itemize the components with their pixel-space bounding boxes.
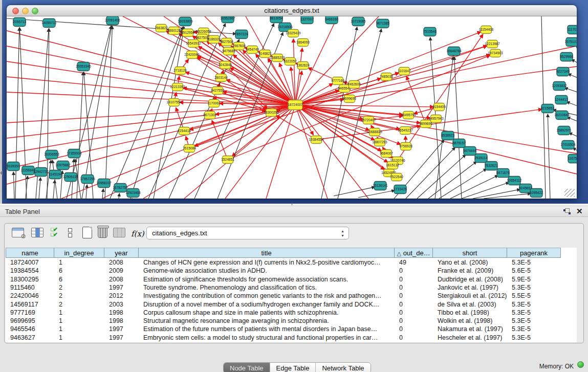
graph-node[interactable]: 7462609	[347, 81, 361, 89]
network-view-window[interactable]: citations_edges.txt 20557131405571222091…	[7, 5, 577, 199]
graph-node[interactable]: 2718126	[173, 67, 187, 75]
graph-node[interactable]: 7485035	[380, 73, 393, 81]
table-row[interactable]: 1938455462009Genome-wide association stu…	[6, 267, 573, 275]
graph-node[interactable]: 1244413	[555, 96, 568, 104]
graph-node[interactable]: 6466160	[325, 16, 338, 24]
graph-node[interactable]: 9242848	[219, 61, 232, 69]
graph-node[interactable]: 8912954	[181, 29, 194, 37]
table-row[interactable]: 946554611997Estimation of the future num…	[6, 325, 573, 333]
delete-icon[interactable]	[98, 226, 107, 238]
table-row[interactable]: 1872400712008Changes of HCN gene express…	[6, 258, 573, 267]
graph-node[interactable]: 19734903	[488, 50, 503, 57]
graph-node[interactable]: 10975887	[55, 161, 71, 170]
graph-node[interactable]: 17957255	[80, 175, 95, 184]
graph-node[interactable]: 9827508	[220, 38, 233, 46]
graph-node[interactable]: 17016504	[560, 141, 576, 149]
graph-node[interactable]: 9777169	[331, 77, 344, 85]
column-header-name[interactable]: name	[6, 248, 54, 258]
graph-node[interactable]: 1615132	[386, 162, 399, 169]
unselect-all-icon[interactable]	[68, 228, 72, 238]
graph-node[interactable]: 9475685	[222, 48, 235, 55]
graph-node[interactable]: 12923468	[125, 189, 141, 198]
graph-node[interactable]: 16543912	[186, 40, 201, 48]
graph-node[interactable]: 1145194	[49, 170, 62, 179]
table-row[interactable]: 1456911722003Disruption of a novel membe…	[6, 300, 573, 309]
graph-node[interactable]: 18495794	[401, 112, 416, 119]
table-mode-icon[interactable]: ⚙	[12, 228, 24, 237]
graph-node[interactable]: 2935114	[474, 154, 488, 163]
graph-node[interactable]: 2055713	[13, 18, 26, 27]
tab-edge-table[interactable]: Edge Table	[270, 363, 316, 372]
graph-node[interactable]: 16549237	[398, 127, 413, 135]
graph-node[interactable]: 18724007	[288, 100, 303, 110]
graph-node[interactable]: 17359934	[67, 149, 82, 158]
graph-node[interactable]: 1733426	[394, 185, 407, 194]
graph-node[interactable]: 7515546	[423, 28, 437, 36]
graph-node[interactable]: 8938923	[441, 132, 454, 140]
graph-node[interactable]: 15892971	[556, 126, 572, 135]
graph-node[interactable]: 1101647	[398, 68, 411, 75]
new-document-icon[interactable]	[82, 227, 92, 238]
graph-node[interactable]: 16552867	[220, 16, 235, 23]
select-all-icon[interactable]: □✔□✔	[51, 227, 57, 237]
graph-node[interactable]: 7522540	[390, 173, 403, 181]
graph-node[interactable]: 18300295	[264, 109, 279, 117]
graph-node[interactable]: 1170062	[207, 100, 221, 107]
graph-node[interactable]: 7857224	[235, 30, 248, 39]
table-row[interactable]: 1830029562008Estimation of significance …	[6, 275, 573, 283]
function-builder-icon[interactable]: f(x)	[131, 229, 144, 238]
graph-node[interactable]: 9227349	[556, 68, 570, 76]
graph-node[interactable]: 18107554	[166, 99, 182, 106]
graph-node[interactable]: 2803144	[214, 74, 228, 82]
graph-node[interactable]: 8454749	[246, 46, 259, 54]
graph-node[interactable]: 1524851	[221, 156, 234, 164]
column-header-in_degree[interactable]: in_degree	[54, 248, 104, 258]
table-row[interactable]: 969969511998Structural magnetic resonanc…	[6, 317, 573, 325]
graph-node[interactable]: 7632621	[485, 162, 498, 170]
table-row[interactable]: 2242004622012Investigating the contribut…	[6, 292, 573, 300]
graph-node[interactable]: 9684067	[380, 150, 393, 158]
graph-node[interactable]: 7615084	[183, 145, 196, 152]
graph-node[interactable]: 12505135	[63, 173, 78, 182]
import-table-icon[interactable]	[113, 228, 125, 237]
graph-node[interactable]: 8186328	[207, 36, 221, 43]
resize-grip-icon[interactable]	[564, 189, 575, 197]
graph-node[interactable]: 7254418	[178, 127, 191, 135]
graph-node[interactable]: 10688839	[367, 128, 382, 136]
graph-node[interactable]: 1095422	[530, 189, 543, 198]
graph-node[interactable]: 8813054	[270, 16, 283, 23]
graph-node[interactable]: 12213987	[485, 40, 500, 48]
graph-node[interactable]: 7663822	[155, 25, 168, 32]
graph-node[interactable]: 9154409	[432, 103, 446, 111]
graph-node[interactable]: 1864093	[296, 39, 310, 47]
graph-node[interactable]: 1327007	[300, 16, 314, 24]
graph-node[interactable]: 12213393	[170, 83, 185, 91]
tab-node-table[interactable]: Node Table	[224, 363, 270, 372]
graph-node[interactable]: 12942737	[33, 168, 49, 177]
tab-network-table[interactable]: Network Table	[316, 363, 370, 372]
graph-node[interactable]: 12093832	[552, 82, 567, 91]
table-row[interactable]: 946362711997Embryonic stem cells: a mode…	[6, 334, 573, 342]
graph-node[interactable]: 9474444	[463, 147, 476, 156]
graph-node[interactable]: 1117034	[568, 26, 577, 34]
graph-node[interactable]: 1362624	[296, 62, 310, 70]
column-header-year[interactable]: year	[104, 248, 139, 258]
table-select-dropdown[interactable]: citations_edges.txt ▲▼	[146, 227, 349, 239]
graph-node[interactable]: 9339351	[7, 162, 20, 171]
graph-node[interactable]: 8471676	[496, 169, 510, 178]
graph-node[interactable]: 9756928	[399, 143, 412, 150]
graph-node[interactable]: 1167533	[568, 155, 577, 163]
table-row[interactable]: 911546021997Tourette syndrome. Phenomeno…	[6, 283, 573, 292]
graph-node[interactable]: 18807293	[372, 139, 387, 146]
graph-node[interactable]: 8671301	[203, 112, 216, 119]
graph-node[interactable]: 10654112	[507, 177, 522, 185]
network-canvas[interactable]: 2055713140557122209140616033809165528677…	[7, 16, 577, 199]
collapse-panel-arrow-icon[interactable]	[0, 170, 3, 176]
graph-node[interactable]: 6322057	[284, 58, 297, 65]
column-header-short[interactable]: short	[433, 248, 507, 258]
graph-node[interactable]: 10719085	[351, 17, 366, 26]
graph-node[interactable]: 9671385	[376, 19, 389, 28]
graph-node[interactable]: 14957943	[428, 115, 444, 123]
graph-node[interactable]: 16210643	[554, 111, 570, 120]
graph-node[interactable]: 22091406	[105, 16, 120, 25]
